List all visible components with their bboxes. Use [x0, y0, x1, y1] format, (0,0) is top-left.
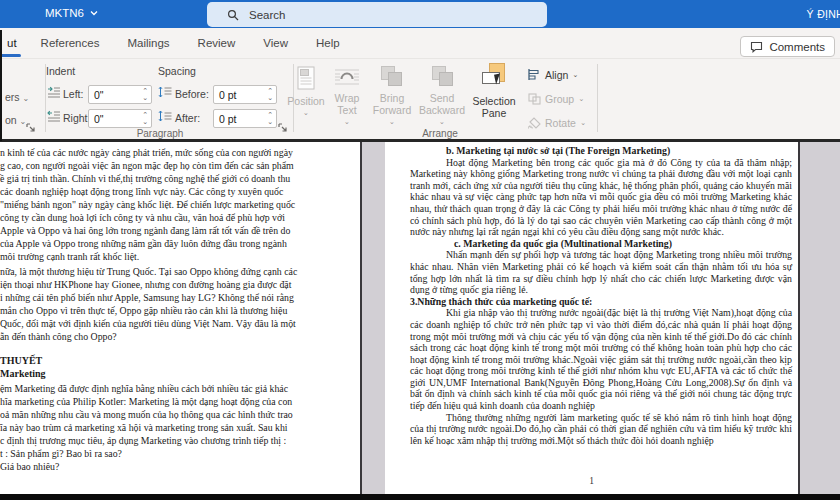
- hyphenation-button-partial[interactable]: on ⌄: [5, 114, 26, 126]
- paragraph: ệm Marketing đã được định nghĩa bằng nhi…: [0, 382, 350, 473]
- rotate-icon: [527, 116, 541, 129]
- spacing-before-label: Before:: [175, 88, 209, 100]
- heading-foreign-marketing: b. Marketing tại nước sở tại (The Foreig…: [410, 145, 792, 157]
- ribbon: ers ⌄ on ⌄ Indent Spacing Left: 0" ⌃⌄ Ri…: [0, 58, 840, 139]
- tab-mailings[interactable]: Mailings: [113, 28, 183, 58]
- bottom-black-bar: [0, 494, 840, 500]
- send-backward-icon: [430, 65, 454, 88]
- paragraph: n kinh tế của các nước ngày càng phát tr…: [0, 146, 350, 263]
- text-line: hĩa marketing của Philip Kotler: Marketi…: [0, 395, 350, 408]
- section-heading: THUYẾT: [0, 355, 42, 366]
- text-line: ĩa này bao trùm cả marketing xã hội và m…: [0, 421, 350, 434]
- text-line: i những cái tên phổ biến như Apple, Sams…: [0, 291, 350, 304]
- tab-help[interactable]: Help: [302, 28, 354, 58]
- chevron-down-icon: [90, 9, 98, 17]
- document-title: MKTN6: [45, 7, 84, 19]
- ribbon-tab-row: ut References Mailings Review View Help …: [0, 28, 840, 58]
- text-line: oả mãn những nhu cầu và mong muốn của họ…: [0, 408, 350, 421]
- group-separator: [597, 64, 598, 132]
- tab-review[interactable]: Review: [184, 28, 250, 58]
- bring-forward-icon: [380, 65, 404, 88]
- title-bar: MKTN6 Search Ý ĐỊNH: [0, 0, 840, 28]
- selection-pane-icon: [482, 65, 506, 91]
- spacing-after-field[interactable]: 0 pt ⌃⌄: [213, 109, 277, 128]
- indent-right-label: Right:: [63, 112, 90, 124]
- position-icon: [296, 65, 316, 91]
- text-line: n kinh tế của các nước ngày càng phát tr…: [0, 146, 350, 159]
- document-canvas[interactable]: n kinh tế của các nước ngày càng phát tr…: [0, 142, 840, 494]
- search-placeholder: Search: [249, 9, 285, 21]
- window-left-edge: [0, 30, 2, 141]
- align-icon: [527, 68, 541, 81]
- spacing-after-icon: [158, 110, 172, 122]
- spacing-title: Spacing: [158, 65, 196, 77]
- paragraph-group-caption: Paragraph: [120, 128, 200, 139]
- heading-multinational-marketing: c. Marketing đa quốc gia (Multinational …: [410, 238, 792, 250]
- group-button[interactable]: Group ⌄: [527, 92, 584, 105]
- spinner-icon[interactable]: ⌃⌄: [142, 87, 148, 101]
- text-line: ề giá trị tinh thần. Chính vì thế,thị tr…: [0, 172, 350, 185]
- comment-icon: [750, 41, 763, 53]
- spinner-icon[interactable]: ⌃⌄: [267, 87, 273, 101]
- title-bar-right-text: Ý ĐỊNH: [807, 8, 840, 20]
- text-line: nữa, là một thương hiệu từ Trung Quốc. T…: [0, 265, 350, 278]
- paragraph: nữa, là một thương hiệu từ Trung Quốc. T…: [0, 265, 350, 343]
- paragraph: Thông thường những người làm marketing q…: [410, 412, 792, 447]
- indent-left-icon: [47, 86, 61, 98]
- spacing-before-icon: [158, 86, 172, 98]
- text-line: các doanh nghiệp hoạt động trong lĩnh vự…: [0, 185, 350, 198]
- indent-right-field[interactable]: 0" ⌃⌄: [88, 109, 152, 128]
- paragraph: Khi gia nhập vào thị trường nước ngoài(đ…: [410, 307, 792, 411]
- text-line: ẫn đến thành công cho Oppo?: [0, 330, 350, 343]
- line-numbers-button-partial[interactable]: ers ⌄: [5, 91, 29, 103]
- text-line: môi trường cạnh tranh rất khốc liệt.: [0, 250, 350, 263]
- tab-view[interactable]: View: [249, 28, 302, 58]
- send-backward-button[interactable]: Send Backward ⌄: [418, 62, 466, 128]
- page-left[interactable]: n kinh tế của các nước ngày càng phát tr…: [0, 142, 362, 494]
- indent-left-field[interactable]: 0" ⌃⌄: [88, 85, 152, 104]
- dialog-launcher-icon[interactable]: [26, 123, 38, 135]
- text-line: mắn cho Oppo vì trên thực tế, Oppo gặp n…: [0, 304, 350, 317]
- wrap-text-icon: [334, 65, 360, 88]
- group-objects-icon: [527, 92, 541, 105]
- text-line: công ty cần dung hoà lợi ích công ty và …: [0, 211, 350, 224]
- page-right[interactable]: b. Marketing tại nước sở tại (The Foreig…: [385, 142, 800, 494]
- selection-pane-button[interactable]: Selection Pane: [470, 62, 518, 128]
- indent-right-icon: [47, 110, 61, 122]
- document-title-menu[interactable]: MKTN6: [45, 7, 98, 19]
- heading-challenges: 3.Những thách thức của marketing quốc tế…: [410, 296, 792, 308]
- align-button[interactable]: Align ⌄: [527, 68, 579, 81]
- text-line: "miếng bánh ngon" này ngày càng khốc liệ…: [0, 198, 350, 211]
- indent-left-label: Left:: [63, 88, 83, 100]
- comments-label: Comments: [769, 41, 825, 53]
- text-line: t : Sản phẩm gì? Bao bì ra sao?: [0, 447, 350, 460]
- ribbon-bottom-border: [0, 139, 840, 142]
- comments-button[interactable]: Comments: [740, 36, 835, 57]
- search-input[interactable]: Search: [207, 2, 547, 27]
- spacing-after-label: After:: [175, 112, 200, 124]
- search-icon: [227, 9, 239, 21]
- text-line: g cao, con người ngoài việc ăn ngon mặc …: [0, 159, 350, 172]
- paragraph: Hoạt động Marketing bên trong các quốc g…: [410, 157, 792, 238]
- paragraph: Nhấn mạnh đến sự phối hợp và tương tác h…: [410, 249, 792, 295]
- rotate-button[interactable]: Rotate ⌄: [527, 116, 586, 129]
- text-line: ệm Marketing đã được định nghĩa bằng nhi…: [0, 382, 350, 395]
- wrap-text-button[interactable]: Wrap Text ⌄: [327, 62, 367, 128]
- spinner-icon[interactable]: ⌃⌄: [267, 111, 273, 125]
- page-number: 1: [385, 476, 798, 488]
- position-button[interactable]: Position ⌄: [287, 62, 325, 128]
- arrange-group-caption: Arrange: [400, 128, 480, 139]
- text-line: của Apple và Oppo trong những năm gần đâ…: [0, 237, 350, 250]
- spacing-before-field[interactable]: 0 pt ⌃⌄: [213, 85, 277, 104]
- tab-references[interactable]: References: [27, 28, 114, 58]
- text-line: Quốc, đối mặt với định kiến của người ti…: [0, 317, 350, 330]
- indent-title: Indent: [46, 65, 75, 77]
- bring-forward-button[interactable]: Bring Forward ⌄: [369, 62, 415, 128]
- tab-layout-partial[interactable]: ut: [0, 28, 27, 58]
- text-line: Giá bao nhiêu?: [0, 460, 350, 473]
- spinner-icon[interactable]: ⌃⌄: [142, 111, 148, 125]
- text-line: c định thị trương mục tiêu, áp dụng Mark…: [0, 434, 350, 447]
- section-heading: Marketing: [0, 368, 46, 379]
- text-line: Apple và Oppo và hai ông lớn trong ngành…: [0, 224, 350, 237]
- text-line: iện thoại như HKPhone hay Gionee, nhưng …: [0, 278, 350, 291]
